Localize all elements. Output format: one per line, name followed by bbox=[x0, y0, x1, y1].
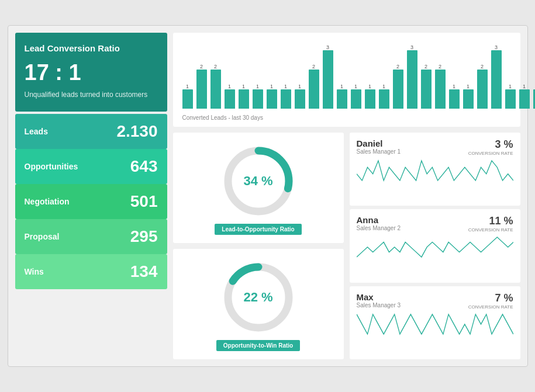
bar-wrapper: 2 bbox=[210, 64, 221, 109]
bar-wrapper: 2 bbox=[477, 64, 488, 109]
manager-name: Anna bbox=[357, 215, 401, 225]
manager-name: Max bbox=[357, 292, 401, 302]
bar bbox=[337, 89, 347, 109]
bar-number: 1 bbox=[256, 84, 259, 89]
bar-number: 1 bbox=[354, 84, 357, 89]
bar-wrapper: 2 bbox=[435, 64, 446, 109]
bar bbox=[281, 89, 291, 109]
manager-title: Sales Manager 1 bbox=[357, 148, 401, 155]
bar bbox=[196, 70, 207, 109]
manager-rate: 11 % CONVERSION RATE bbox=[468, 215, 513, 233]
manager-header: Anna Sales Manager 2 11 % CONVERSION RAT… bbox=[357, 215, 513, 233]
manager-name: Daniel bbox=[357, 138, 401, 148]
bar-number: 1 bbox=[270, 84, 273, 89]
bar-number: 2 bbox=[424, 64, 427, 70]
bar-chart-card: 12211111123111123221123111111 Converted … bbox=[173, 33, 520, 127]
bar bbox=[210, 70, 221, 109]
bar-wrapper: 3 bbox=[491, 44, 502, 109]
bar-wrapper: 1 bbox=[351, 84, 361, 109]
bar-chart-footer: Converted Leads - last 30 days bbox=[182, 115, 511, 121]
bar-wrapper: 1 bbox=[519, 84, 530, 109]
manager-rate: 7 % CONVERSION RATE bbox=[468, 292, 513, 310]
donut-card-2: 22 % Opportunity-to-Win Ratio bbox=[173, 249, 344, 359]
bar-wrapper: 1 bbox=[533, 84, 536, 109]
bar-number: 1 bbox=[284, 84, 287, 89]
bar bbox=[533, 89, 536, 109]
metric-card-proposal: Proposal 295 bbox=[15, 219, 167, 254]
metric-label: Leads bbox=[25, 127, 48, 136]
lead-conversion-subtitle: Unqualified leads turned into customers bbox=[25, 90, 158, 100]
bar bbox=[491, 50, 502, 109]
left-column: Lead Conversion Ratio 17 : 1 Unqualified… bbox=[15, 33, 167, 359]
bar-number: 1 bbox=[242, 84, 245, 89]
donut1-value: 34 % bbox=[243, 174, 272, 189]
bar bbox=[449, 89, 460, 109]
bar bbox=[463, 89, 474, 109]
bar-wrapper: 1 bbox=[225, 84, 235, 109]
metric-label: Negotiation bbox=[25, 197, 70, 206]
manager-card-daniel: Daniel Sales Manager 1 3 % CONVERSION RA… bbox=[350, 133, 520, 206]
manager-header: Max Sales Manager 3 7 % CONVERSION RATE bbox=[357, 292, 513, 310]
lead-conversion-ratio: 17 : 1 bbox=[25, 60, 158, 85]
bar bbox=[393, 70, 403, 109]
metric-label: Proposal bbox=[25, 232, 60, 241]
rate-label: CONVERSION RATE bbox=[468, 227, 513, 233]
metric-card-leads: Leads 2.130 bbox=[15, 114, 167, 149]
manager-header: Daniel Sales Manager 1 3 % CONVERSION RA… bbox=[357, 138, 513, 156]
rate-label: CONVERSION RATE bbox=[468, 304, 513, 310]
bar-number: 1 bbox=[467, 84, 470, 89]
bar-wrapper: 1 bbox=[365, 84, 375, 109]
metric-label: Wins bbox=[25, 267, 44, 276]
bar-wrapper: 3 bbox=[323, 44, 333, 109]
bar bbox=[407, 50, 417, 109]
bar-number: 3 bbox=[495, 44, 498, 50]
bar-number: 3 bbox=[326, 44, 329, 50]
bar bbox=[267, 89, 277, 109]
bar-wrapper: 1 bbox=[463, 84, 474, 109]
bar-number: 2 bbox=[439, 64, 441, 70]
metric-value: 501 bbox=[130, 192, 158, 211]
bar-wrapper: 2 bbox=[393, 64, 403, 109]
metric-card-opportunities: Opportunities 643 bbox=[15, 149, 167, 184]
bar-number: 1 bbox=[382, 84, 385, 89]
bar-number: 1 bbox=[228, 84, 231, 89]
donut-card-1: 34 % Lead-to-Opportunity Ratio bbox=[173, 133, 344, 243]
bar-number: 2 bbox=[312, 64, 315, 70]
manager-title: Sales Manager 3 bbox=[357, 302, 401, 308]
bar bbox=[365, 89, 375, 109]
manager-rate: 3 % CONVERSION RATE bbox=[468, 138, 513, 156]
bar-number: 2 bbox=[396, 64, 399, 70]
bar-number: 1 bbox=[453, 84, 455, 89]
bar-wrapper: 1 bbox=[182, 84, 193, 109]
bar bbox=[435, 70, 446, 109]
bar bbox=[295, 89, 305, 109]
bar-wrapper: 1 bbox=[449, 84, 460, 109]
bar bbox=[253, 89, 263, 109]
manager-title: Sales Manager 2 bbox=[357, 225, 401, 231]
bar-wrapper: 2 bbox=[196, 64, 207, 109]
bar bbox=[323, 50, 333, 109]
right-column: Daniel Sales Manager 1 3 % CONVERSION RA… bbox=[350, 133, 520, 359]
metric-label: Opportunities bbox=[25, 162, 78, 171]
bar-wrapper: 1 bbox=[253, 84, 263, 109]
bar-number: 2 bbox=[481, 64, 484, 70]
lead-conversion-title: Lead Conversion Ratio bbox=[25, 43, 158, 53]
lead-conversion-card: Lead Conversion Ratio 17 : 1 Unqualified… bbox=[15, 33, 167, 112]
bar bbox=[505, 89, 516, 109]
bar-wrapper: 1 bbox=[239, 84, 249, 109]
metric-value: 2.130 bbox=[116, 122, 157, 141]
rate-num: 11 % bbox=[489, 215, 513, 227]
metric-card-negotiation: Negotiation 501 bbox=[15, 184, 167, 219]
bar-wrapper: 2 bbox=[421, 64, 432, 109]
bar-number: 1 bbox=[340, 84, 343, 89]
bar-wrapper: 2 bbox=[309, 64, 319, 109]
bar-wrapper: 1 bbox=[379, 84, 389, 109]
bar-chart: 12211111123111123221123111111 bbox=[182, 41, 511, 111]
donut2-label: Opportunity-to-Win Ratio bbox=[216, 340, 300, 351]
bar-wrapper: 1 bbox=[505, 84, 516, 109]
dashboard: Lead Conversion Ratio 17 : 1 Unqualified… bbox=[8, 25, 528, 367]
bar-number: 1 bbox=[368, 84, 371, 89]
donut-chart-1: 34 % bbox=[220, 143, 296, 219]
bar-wrapper: 1 bbox=[267, 84, 277, 109]
bar bbox=[239, 89, 249, 109]
